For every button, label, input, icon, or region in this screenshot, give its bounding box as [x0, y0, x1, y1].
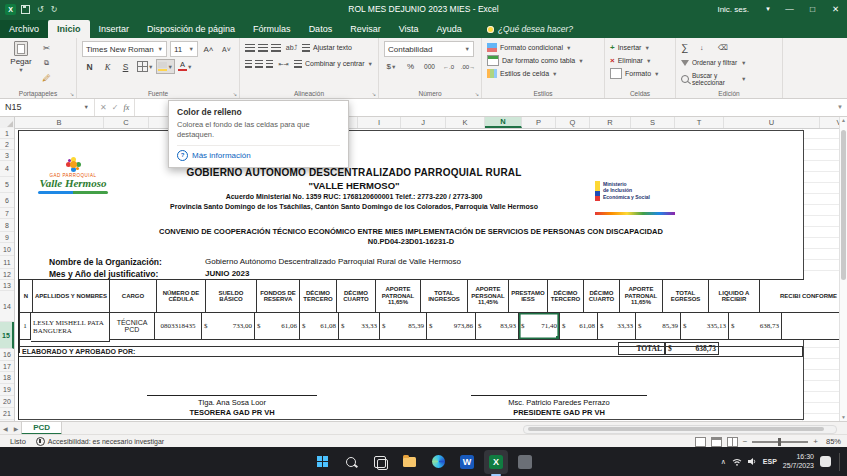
- column-header-B[interactable]: B: [15, 116, 104, 128]
- align-top-icon[interactable]: [245, 44, 255, 52]
- sheet-area[interactable]: GAD PARROQUIAL Valle Hermoso GOBIERNO AU…: [14, 128, 840, 421]
- row-header-10[interactable]: 10: [0, 243, 14, 256]
- payroll-cell[interactable]: [782, 313, 840, 340]
- row-header-7[interactable]: 7: [0, 208, 14, 219]
- row-header-12[interactable]: 12: [0, 269, 14, 280]
- format-as-table-button[interactable]: Dar formato como tabla ▼: [487, 54, 599, 67]
- row-header-14[interactable]: 14: [0, 291, 14, 322]
- column-header-P[interactable]: P: [522, 116, 556, 128]
- row-header-21[interactable]: 21: [0, 408, 14, 420]
- insert-cells-button[interactable]: + Insertar ▼: [610, 41, 670, 54]
- payroll-cell[interactable]: 1: [20, 313, 31, 340]
- payroll-column-header[interactable]: DÉCIMO CUARTO: [337, 280, 376, 313]
- ribbon-tab-disposicion-de-pagina[interactable]: Disposición de página: [138, 20, 244, 38]
- payroll-column-header[interactable]: DÉCIMO TERCERO: [300, 280, 337, 313]
- align-center-icon[interactable]: [255, 60, 262, 68]
- conditional-formatting-button[interactable]: Formato condicional ▼: [487, 41, 599, 54]
- orientation-icon[interactable]: ab⤴: [284, 41, 299, 54]
- tooltip-more-info-link[interactable]: ? Más información: [177, 150, 340, 163]
- row-header-4[interactable]: 4: [0, 161, 14, 177]
- payroll-column-header[interactable]: TOTAL INGRESOS: [421, 280, 468, 313]
- payroll-cell[interactable]: $61,08: [560, 313, 598, 340]
- save-icon[interactable]: [21, 5, 30, 14]
- number-dialog-launcher[interactable]: ↘: [475, 91, 479, 97]
- clipboard-dialog-launcher[interactable]: ↘: [70, 91, 74, 97]
- row-header-19[interactable]: 19: [0, 384, 14, 396]
- horizontal-scrollbar[interactable]: [523, 425, 837, 434]
- edge-button[interactable]: [426, 450, 450, 474]
- payroll-cell[interactable]: $85,39: [636, 313, 681, 340]
- ribbon-tab-vista[interactable]: Vista: [390, 20, 428, 38]
- pinned-app-button[interactable]: [513, 450, 537, 474]
- payroll-column-header[interactable]: SUELDO BÁSICO: [206, 280, 257, 313]
- file-explorer-button[interactable]: [397, 450, 421, 474]
- percent-format-icon[interactable]: %: [403, 60, 418, 73]
- payroll-cell[interactable]: $71,40: [519, 313, 560, 340]
- zoom-level[interactable]: 85%: [823, 437, 841, 446]
- normal-view-icon[interactable]: [695, 437, 706, 447]
- row-header-2[interactable]: 2: [0, 139, 14, 150]
- borders-icon[interactable]: ▼: [136, 60, 154, 73]
- vertical-scroll-thumb[interactable]: [841, 130, 846, 280]
- row-header-16[interactable]: 16: [0, 349, 14, 361]
- zoom-out-icon[interactable]: −: [743, 437, 748, 446]
- font-name-select[interactable]: Times New Roman ▼: [82, 41, 167, 57]
- empty-grid-area[interactable]: [802, 128, 840, 421]
- payroll-column-header[interactable]: N: [20, 280, 33, 313]
- vertical-scrollbar[interactable]: ▲ ▼: [839, 116, 847, 421]
- column-header-J[interactable]: J: [401, 116, 446, 128]
- decrease-decimal-icon[interactable]: .00→: [460, 60, 476, 73]
- ribbon-tab-inicio[interactable]: Inicio: [48, 20, 90, 38]
- payroll-column-header[interactable]: APORTE PATRONAL 11,65%: [376, 280, 421, 313]
- number-format-select[interactable]: Contabilidad ▼: [384, 41, 474, 57]
- payroll-cell[interactable]: $973,86: [427, 313, 476, 340]
- ribbon-tab-archivo[interactable]: Archivo: [0, 20, 48, 38]
- horizontal-scroll-thumb[interactable]: [528, 427, 824, 431]
- search-button[interactable]: [339, 450, 363, 474]
- underline-button[interactable]: S: [118, 60, 133, 73]
- column-header-R[interactable]: R: [590, 116, 631, 128]
- page-layout-view-icon[interactable]: [711, 437, 722, 447]
- zoom-slider[interactable]: [752, 441, 808, 443]
- row-header-18[interactable]: 18: [0, 372, 14, 384]
- payroll-column-header[interactable]: APELLIDOS Y NOMBRES: [33, 280, 110, 313]
- show-desktop-button[interactable]: [839, 453, 842, 471]
- zoom-in-icon[interactable]: +: [813, 437, 818, 446]
- payroll-cell[interactable]: $33,33: [339, 313, 380, 340]
- payroll-cell[interactable]: $85,39: [380, 313, 427, 340]
- align-right-icon[interactable]: [266, 60, 273, 68]
- shrink-font-icon[interactable]: A˅: [219, 43, 234, 56]
- payroll-column-header[interactable]: LIQUIDO A RECIBIR: [709, 280, 760, 313]
- font-size-select[interactable]: 11 ▼: [170, 41, 198, 57]
- row-header-3[interactable]: 3: [0, 150, 14, 161]
- formula-bar-expand-icon[interactable]: ▼: [833, 98, 847, 116]
- ribbon-tab-datos[interactable]: Datos: [300, 20, 342, 38]
- column-header-Q[interactable]: Q: [556, 116, 590, 128]
- page-break-view-icon[interactable]: [727, 437, 738, 447]
- elaborado-row[interactable]: ELABORADO Y APROBADO POR:: [19, 346, 803, 357]
- italic-button[interactable]: K: [100, 60, 115, 73]
- zoom-slider-thumb[interactable]: [778, 438, 781, 446]
- payroll-column-header[interactable]: DÉCIMO CUARTO: [584, 280, 620, 313]
- volume-icon[interactable]: [748, 457, 757, 466]
- start-button[interactable]: [310, 450, 334, 474]
- confirm-entry-icon[interactable]: ✓: [112, 103, 119, 112]
- ribbon-display-options-icon[interactable]: ▾: [758, 5, 778, 13]
- row-header-8[interactable]: 8: [0, 219, 14, 232]
- payroll-column-header[interactable]: PRESTAMO IESS: [509, 280, 548, 313]
- redo-icon[interactable]: ↻: [51, 5, 58, 14]
- ribbon-tab-formulas[interactable]: Fórmulas: [244, 20, 300, 38]
- accounting-format-icon[interactable]: $▼: [384, 60, 399, 73]
- cancel-entry-icon[interactable]: ✕: [100, 103, 107, 112]
- delete-cells-button[interactable]: × Eliminar ▼: [610, 54, 670, 67]
- ribbon-tab-revisar[interactable]: Revisar: [341, 20, 390, 38]
- column-header-K[interactable]: K: [446, 116, 485, 128]
- font-dialog-launcher[interactable]: ↘: [233, 91, 237, 97]
- ribbon-tab-insertar[interactable]: Insertar: [90, 20, 139, 38]
- payroll-column-header[interactable]: RECIBI CONFORME: [760, 280, 840, 313]
- notification-center-button[interactable]: [820, 456, 831, 467]
- excel-taskbar-button[interactable]: X: [484, 450, 508, 474]
- column-header-U[interactable]: U: [724, 116, 820, 128]
- row-header-13[interactable]: 13: [0, 280, 14, 291]
- fill-color-button[interactable]: ▼: [157, 60, 173, 73]
